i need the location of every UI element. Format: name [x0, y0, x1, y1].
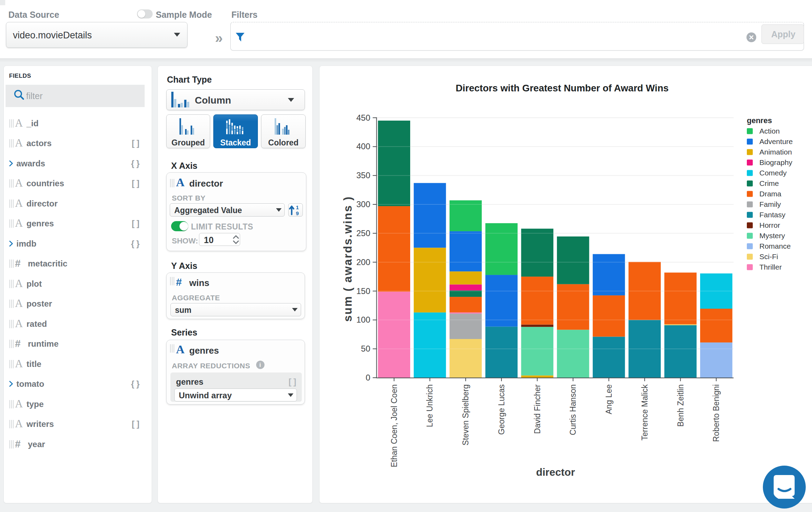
svg-text:0: 0 — [366, 373, 370, 382]
svg-text:1: 1 — [296, 204, 299, 210]
svg-text:250: 250 — [356, 228, 370, 238]
svg-text:300: 300 — [356, 199, 370, 209]
svg-text:200: 200 — [356, 257, 370, 267]
svg-text:Drama: Drama — [759, 190, 781, 198]
svg-text:Ethan Coen, Joel Coen: Ethan Coen, Joel Coen — [390, 384, 399, 467]
svg-text:Curtis Hanson: Curtis Hanson — [568, 384, 577, 435]
svg-text:David Fincher: David Fincher — [533, 384, 542, 434]
svg-text:Horror: Horror — [759, 221, 780, 229]
svg-text:Fantasy: Fantasy — [759, 211, 786, 219]
svg-text:sum ( awards.wins ): sum ( awards.wins ) — [341, 196, 354, 322]
svg-text:50: 50 — [361, 344, 370, 353]
svg-text:Ang Lee: Ang Lee — [604, 384, 613, 414]
svg-text:Family: Family — [759, 200, 781, 208]
svg-text:Animation: Animation — [759, 148, 792, 156]
svg-text:Comedy: Comedy — [759, 169, 787, 177]
svg-text:director: director — [536, 466, 575, 478]
svg-text:George Lucas: George Lucas — [497, 384, 506, 435]
svg-text:Roberto Benigni: Roberto Benigni — [712, 384, 721, 442]
svg-text:400: 400 — [356, 142, 370, 151]
svg-text:Directors with Greatest Number: Directors with Greatest Number of Award … — [456, 83, 669, 93]
svg-text:Terrence Malick: Terrence Malick — [640, 384, 649, 441]
svg-text:150: 150 — [356, 286, 370, 296]
svg-text:Benh Zeitlin: Benh Zeitlin — [676, 384, 685, 427]
svg-text:Action: Action — [759, 127, 780, 135]
svg-text:100: 100 — [356, 315, 370, 324]
svg-text:Mystery: Mystery — [759, 232, 785, 240]
svg-text:Thriller: Thriller — [759, 263, 782, 271]
svg-text:Lee Unkrich: Lee Unkrich — [425, 384, 434, 427]
svg-text:Adventure: Adventure — [759, 137, 793, 145]
svg-text:450: 450 — [356, 113, 370, 122]
svg-text:Biography: Biography — [759, 158, 792, 166]
svg-text:Steven Spielberg: Steven Spielberg — [461, 384, 470, 445]
svg-text:350: 350 — [356, 171, 370, 180]
svg-text:genres: genres — [747, 116, 772, 125]
svg-text:9: 9 — [296, 210, 299, 216]
svg-text:Romance: Romance — [759, 242, 791, 250]
svg-text:Sci-Fi: Sci-Fi — [759, 253, 778, 261]
svg-text:Crime: Crime — [759, 179, 779, 187]
